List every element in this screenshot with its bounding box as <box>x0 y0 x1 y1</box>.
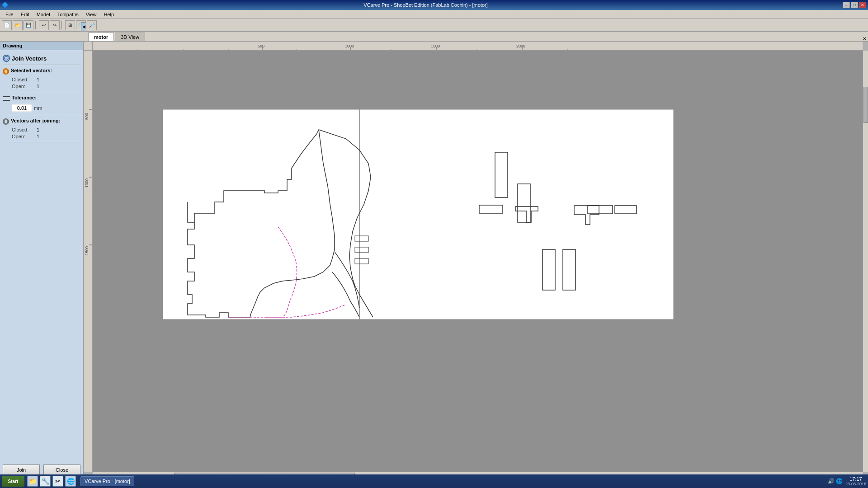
tolerance-unit: mm <box>34 105 42 111</box>
open-label: Open: <box>12 84 37 89</box>
tolerance-section: Tolerance: 0.01 mm <box>3 95 80 112</box>
closed-value: 1 <box>37 77 39 82</box>
taskbar-app2[interactable]: ✂ <box>52 476 63 487</box>
titlebar: 🔷 VCarve Pro - ShopBot Edition (FabLab C… <box>0 0 868 10</box>
toolbar: 📄 📂 💾 ↩ ↪ ⊞ 🔍 🔎 ◀ <box>0 19 868 32</box>
svg-text:1500: 1500 <box>85 246 89 255</box>
after-closed-value: 1 <box>37 127 39 132</box>
svg-text:1000: 1000 <box>345 44 354 48</box>
panel-header: Drawing <box>0 42 83 50</box>
selected-closed-row: Closed: 1 <box>3 77 80 82</box>
taskbar-clock: 17:17 23-03-2016 <box>845 476 866 486</box>
after-joining-section: Vectors after joining: Closed: 1 Open: 1 <box>3 118 80 139</box>
tolerance-input-row: 0.01 mm <box>3 104 80 112</box>
toolbar-open[interactable]: 📂 <box>13 20 23 30</box>
panel-content: Join Vectors Selected vectors: Closed: 1 <box>0 50 83 463</box>
tab-bar: motor 3D View ✕ <box>0 32 868 42</box>
minimize-button[interactable]: – <box>843 2 850 8</box>
taskbar-time: 17:17 <box>845 476 866 482</box>
tab-3dview[interactable]: 3D View <box>115 33 145 41</box>
tab-close-btn[interactable]: ✕ <box>863 36 868 41</box>
maximize-button[interactable]: □ <box>851 2 858 8</box>
menu-toolpaths[interactable]: Toolpaths <box>54 11 82 18</box>
tab-motor[interactable]: motor <box>88 33 114 41</box>
after-closed-label: Closed: <box>12 127 37 132</box>
scrollbar-vertical[interactable] <box>863 51 868 472</box>
svg-point-1 <box>4 70 8 73</box>
menu-file[interactable]: File <box>2 11 17 18</box>
window-controls: – □ ✕ <box>843 2 866 8</box>
scroll-thumb-vertical[interactable] <box>863 87 868 123</box>
toolbar-zoom-fit[interactable]: ⊞ <box>65 20 75 30</box>
menubar: File Edit Model Toolpaths View Help <box>0 10 868 19</box>
taskbar-firefox[interactable]: 🌐 <box>65 476 76 487</box>
close-panel-button[interactable]: Close <box>43 465 80 475</box>
after-open-row: Open: 1 <box>3 134 80 139</box>
svg-rect-27 <box>359 109 674 319</box>
titlebar-title: VCarve Pro - ShopBot Edition (FabLab Coc… <box>363 2 488 8</box>
taskbar-explorer[interactable]: 📁 <box>27 476 38 487</box>
app-icon: 🔷 <box>2 2 9 8</box>
taskbar-icons: 🔊 🌐 <box>828 478 843 484</box>
selected-vectors-section: Selected vectors: Closed: 1 Open: 1 <box>3 68 80 89</box>
taskbar: Start 📁 🔧 ✂ 🌐 VCarve Pro - [motor] 🔊 🌐 1… <box>0 474 868 488</box>
svg-text:500: 500 <box>258 44 264 48</box>
panel-header-title: Drawing <box>3 43 22 48</box>
tool-title-row: Join Vectors <box>3 55 80 62</box>
panel-collapse-btn[interactable]: ◀ <box>81 22 86 31</box>
ruler-vertical: 500 1000 1500 <box>84 51 93 472</box>
svg-text:1500: 1500 <box>431 44 440 48</box>
toolbar-save[interactable]: 💾 <box>24 20 33 30</box>
after-closed-row: Closed: 1 <box>3 127 80 132</box>
tolerance-icon <box>3 96 10 101</box>
taskbar-vcarve[interactable]: VCarve Pro - [motor] <box>80 476 134 486</box>
svg-text:1000: 1000 <box>85 178 89 188</box>
after-open-label: Open: <box>12 134 37 139</box>
svg-text:2000: 2000 <box>516 44 525 48</box>
after-joining-label: Vectors after joining: <box>11 118 60 123</box>
taskbar-right: 🔊 🌐 17:17 23-03-2016 <box>828 476 866 486</box>
taskbar-app1[interactable]: 🔧 <box>40 476 51 487</box>
main-layout: Drawing Join Vectors <box>0 42 868 477</box>
after-open-value: 1 <box>37 134 39 139</box>
close-button[interactable]: ✕ <box>859 2 866 8</box>
toolbar-new[interactable]: 📄 <box>2 20 12 30</box>
tolerance-label: Tolerance: <box>12 95 37 100</box>
drawing-canvas[interactable] <box>93 51 863 472</box>
after-joining-icon <box>3 118 9 125</box>
selected-vectors-label: Selected vectors: <box>11 68 52 73</box>
join-button[interactable]: Join <box>3 465 40 475</box>
taskbar-date: 23-03-2016 <box>845 482 866 486</box>
menu-model[interactable]: Model <box>33 11 54 18</box>
toolbar-undo[interactable]: ↩ <box>39 20 49 30</box>
svg-point-2 <box>4 120 8 123</box>
toolbar-redo[interactable]: ↪ <box>50 20 60 30</box>
toolbar-zoom-out[interactable]: 🔎 <box>87 20 97 30</box>
tolerance-input[interactable]: 0.01 <box>12 104 32 112</box>
join-vectors-icon <box>3 55 10 62</box>
selected-open-row: Open: 1 <box>3 84 80 89</box>
tool-title: Join Vectors <box>12 55 47 62</box>
closed-label: Closed: <box>12 77 37 82</box>
menu-help[interactable]: Help <box>100 11 118 18</box>
svg-drawing <box>93 51 863 472</box>
open-value: 1 <box>37 84 39 89</box>
selected-vectors-icon <box>3 68 9 75</box>
svg-text:500: 500 <box>85 113 89 120</box>
ruler-corner <box>84 42 93 51</box>
menu-edit[interactable]: Edit <box>17 11 33 18</box>
canvas-area[interactable]: 500 1000 1500 2000 50 <box>84 42 868 477</box>
menu-view[interactable]: View <box>82 11 100 18</box>
ruler-horizontal: 500 1000 1500 2000 <box>93 42 863 51</box>
left-panel: Drawing Join Vectors <box>0 42 84 477</box>
start-button[interactable]: Start <box>2 476 24 487</box>
svg-rect-26 <box>163 109 359 319</box>
